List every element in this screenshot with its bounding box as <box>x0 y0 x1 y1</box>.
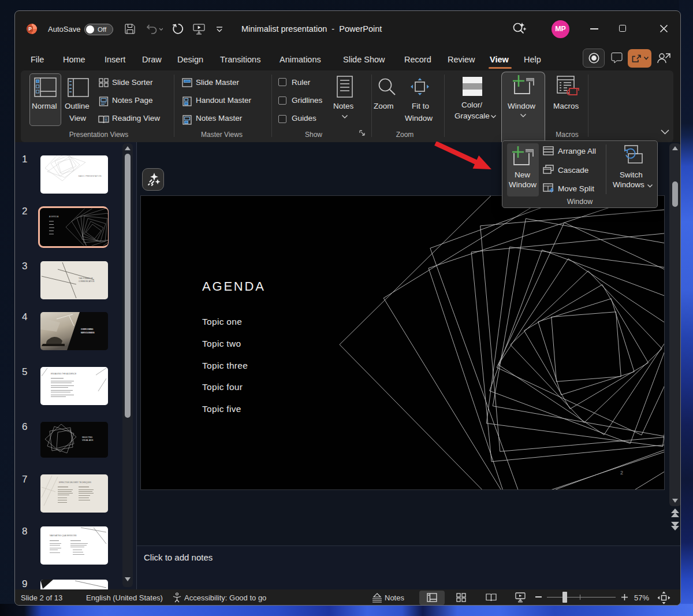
svg-text:COMMUNICATION: COMMUNICATION <box>79 280 95 283</box>
svg-text:VISUAL AIDS: VISUAL AIDS <box>82 439 93 441</box>
svg-text:NERVOUSNESS: NERVOUSNESS <box>81 332 95 334</box>
svg-text:BASIC PRESENTATION: BASIC PRESENTATION <box>79 175 102 177</box>
svg-text:AGENDA: AGENDA <box>49 216 59 218</box>
svg-text:THE POWER OF: THE POWER OF <box>79 277 93 280</box>
svg-text:OVERCOMING: OVERCOMING <box>81 328 94 331</box>
svg-text:NAVIGATING Q&A SESSIONS: NAVIGATING Q&A SESSIONS <box>50 535 77 537</box>
svg-text:EFFECTIVE DELIVERY TECHNIQUES: EFFECTIVE DELIVERY TECHNIQUES <box>59 481 91 484</box>
svg-text:P: P <box>28 26 32 32</box>
svg-text:SELECTING: SELECTING <box>82 436 93 439</box>
svg-text:ENGAGING THE AUDIENCE: ENGAGING THE AUDIENCE <box>51 373 77 375</box>
